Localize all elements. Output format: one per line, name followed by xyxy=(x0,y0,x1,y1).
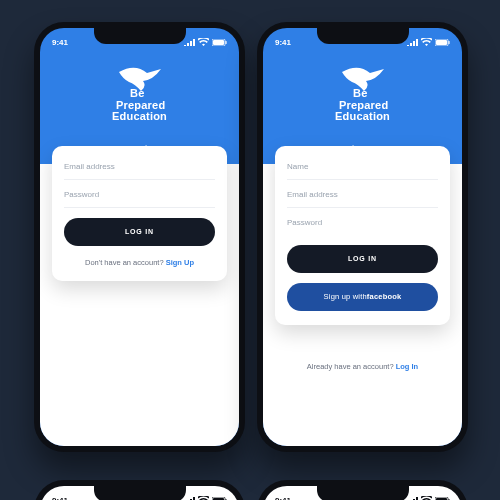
screen-signup: 9:41 Be Prepared Education Sign Up xyxy=(263,28,462,446)
signup-facebook-button[interactable]: Sign up with facebook xyxy=(287,283,438,311)
name-field[interactable]: Name xyxy=(287,152,438,180)
password-label: Password xyxy=(64,190,215,199)
phone-frame-signup: 9:41 Be Prepared Education Sign Up xyxy=(257,22,468,452)
signal-icon xyxy=(184,497,195,501)
status-time: 9:41 xyxy=(52,496,68,501)
password-label: Password xyxy=(287,218,438,227)
status-time: 9:41 xyxy=(275,496,291,501)
wifi-icon xyxy=(421,496,432,500)
phone-frame-login: 9:41 Be Prepared Education Log in xyxy=(34,22,245,452)
login-button[interactable]: LOG IN xyxy=(64,218,215,246)
password-field[interactable]: Password xyxy=(287,208,438,235)
brand-line-1: Be xyxy=(335,88,390,100)
login-prompt: Don't have an account? Sign Up xyxy=(64,258,215,267)
signup-primary-button[interactable]: LOG IN xyxy=(287,245,438,273)
battery-icon xyxy=(212,497,227,501)
status-bar: 9:41 xyxy=(40,486,239,500)
email-label: Email address xyxy=(287,190,438,199)
battery-icon xyxy=(435,39,450,46)
wifi-icon xyxy=(198,496,209,500)
svg-rect-2 xyxy=(225,41,226,44)
email-field[interactable]: Email address xyxy=(64,152,215,180)
battery-icon xyxy=(435,497,450,501)
signup-prompt: Already have an account? Log In xyxy=(263,362,462,371)
phone-frame-add-credential: 9:41 Add Credential Save xyxy=(257,480,468,500)
brand-line-3: Education xyxy=(335,111,390,123)
name-label: Name xyxy=(287,162,438,171)
brand-logo: Be Prepared Education xyxy=(263,66,462,123)
password-field[interactable]: Password xyxy=(64,180,215,208)
signup-lower: Name Email address Password LOG IN Sign … xyxy=(263,164,462,446)
brand-line-3: Education xyxy=(112,111,167,123)
status-bar: 9:41 xyxy=(40,28,239,52)
login-lower: Email address Password LOG IN Don't have… xyxy=(40,164,239,446)
screen-credentials: 9:41 Credentials xyxy=(40,486,239,500)
email-field[interactable]: Email address xyxy=(287,180,438,208)
status-bar: 9:41 xyxy=(263,486,462,500)
signal-icon xyxy=(407,497,418,501)
brand-logo: Be Prepared Education xyxy=(40,66,239,123)
signup-card: Name Email address Password LOG IN Sign … xyxy=(275,146,450,325)
svg-rect-5 xyxy=(448,41,449,44)
svg-rect-1 xyxy=(213,40,224,45)
phone-frame-credentials: 9:41 Credentials xyxy=(34,480,245,500)
login-card: Email address Password LOG IN Don't have… xyxy=(52,146,227,281)
email-label: Email address xyxy=(64,162,215,171)
signal-icon xyxy=(184,39,195,46)
brand-line-1: Be xyxy=(112,88,167,100)
signal-icon xyxy=(407,39,418,46)
wifi-icon xyxy=(421,38,432,46)
wifi-icon xyxy=(198,38,209,46)
screen-add-credential: 9:41 Add Credential Save xyxy=(263,486,462,500)
battery-icon xyxy=(212,39,227,46)
svg-rect-4 xyxy=(436,40,447,45)
status-time: 9:41 xyxy=(52,38,68,47)
signup-link[interactable]: Sign Up xyxy=(166,258,194,267)
status-time: 9:41 xyxy=(275,38,291,47)
screen-login: 9:41 Be Prepared Education Log in xyxy=(40,28,239,446)
login-link[interactable]: Log In xyxy=(396,362,419,371)
status-bar: 9:41 xyxy=(263,28,462,52)
